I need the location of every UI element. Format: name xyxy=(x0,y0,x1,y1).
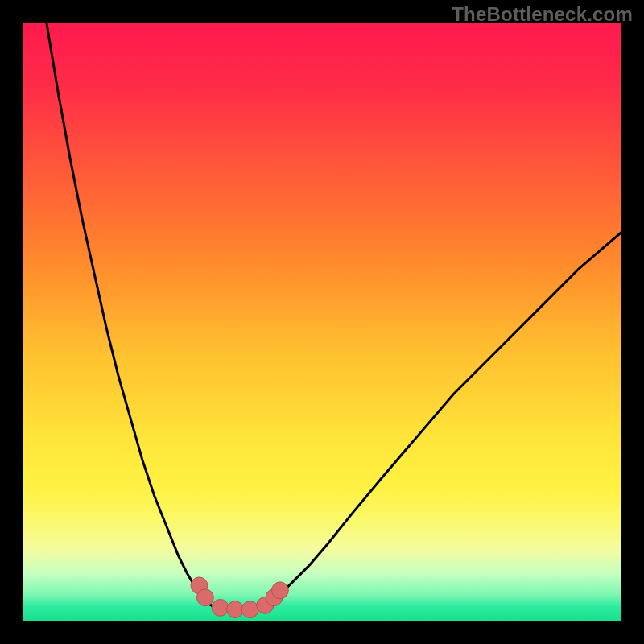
valley-marker xyxy=(227,601,244,618)
valley-marker xyxy=(212,599,229,616)
valley-marker xyxy=(242,601,258,618)
plot-area xyxy=(23,23,621,621)
gradient-background xyxy=(23,23,621,621)
chart-svg xyxy=(23,23,621,621)
outer-frame: TheBottleneck.com xyxy=(0,0,644,644)
valley-marker xyxy=(197,589,214,606)
valley-marker xyxy=(272,582,289,599)
